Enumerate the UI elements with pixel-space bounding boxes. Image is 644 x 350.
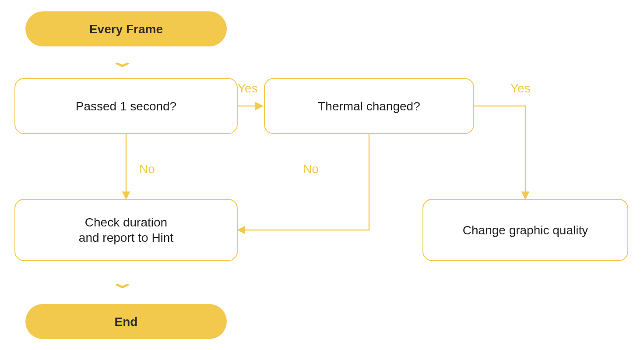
process-change-graphic-quality: Change graphic quality — [422, 199, 628, 261]
edge-label-thermal-no: No — [303, 162, 319, 176]
terminator-start: Every Frame — [25, 11, 227, 46]
node-label-check-hint: Check duration and report to Hint — [79, 215, 173, 245]
edge-label-passed1s-no: No — [139, 162, 155, 176]
edge-thermal-no — [238, 134, 369, 230]
node-label-end: End — [115, 314, 138, 329]
node-label-start: Every Frame — [89, 21, 163, 37]
chevron-down-icon: ⌄ — [109, 53, 135, 70]
process-check-duration-report-hint: Check duration and report to Hint — [14, 199, 238, 261]
terminator-end: End — [25, 304, 227, 339]
chevron-down-icon: ⌄ — [109, 274, 135, 291]
edge-label-thermal-yes: Yes — [510, 81, 531, 95]
decision-thermal-changed: Thermal changed? — [264, 78, 474, 134]
node-label-passed1s: Passed 1 second? — [76, 99, 176, 114]
edge-label-passed1s-yes: Yes — [238, 81, 258, 95]
decision-passed-1-second: Passed 1 second? — [14, 78, 238, 134]
flowchart-edges — [0, 0, 644, 350]
edge-thermal-yes — [474, 106, 525, 199]
node-label-thermal: Thermal changed? — [318, 99, 420, 114]
node-label-change-gfx: Change graphic quality — [463, 223, 588, 238]
flowchart-canvas: ⌄ ⌄ Every Frame Passed 1 second? Thermal… — [0, 0, 644, 350]
